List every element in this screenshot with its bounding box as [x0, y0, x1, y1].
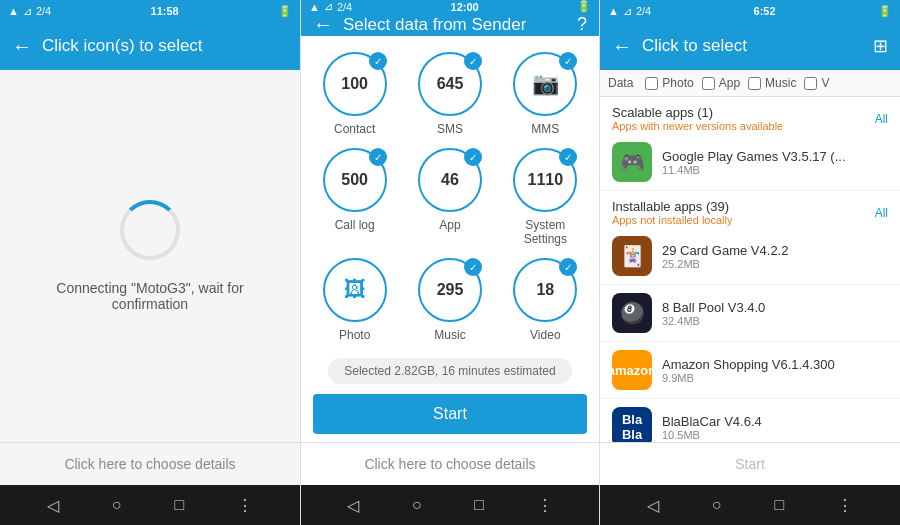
status-right-3: 🔋 — [878, 5, 892, 18]
status-right-1: 🔋 — [278, 5, 292, 18]
mms-circle[interactable]: ✓ 📷 — [513, 52, 577, 116]
data-item-photo[interactable]: 🖼 Photo — [313, 258, 396, 342]
data-item-video[interactable]: ✓ 18 Video — [504, 258, 587, 342]
system-count: 1110 — [528, 171, 564, 189]
status-left-1: ▲ ⊿ 2/4 — [8, 5, 51, 18]
back-button-2[interactable]: ← — [313, 13, 333, 36]
data-item-sms[interactable]: ✓ 645 SMS — [408, 52, 491, 136]
header-2: ← Select data from Sender ? — [301, 13, 599, 36]
tab-app-checkbox[interactable] — [702, 77, 715, 90]
check-icon-mms: ✓ — [559, 52, 577, 70]
nav-back-2[interactable]: ◁ — [335, 492, 371, 519]
wifi-icon-1: ⊿ — [23, 5, 32, 18]
back-button-3[interactable]: ← — [612, 35, 632, 58]
app-item-8ball[interactable]: 🎱 8 Ball Pool V3.4.0 32.4MB — [600, 285, 900, 342]
app-item-29card[interactable]: 🃏 29 Card Game V4.2.2 25.2MB — [600, 228, 900, 285]
loading-spinner — [120, 200, 180, 260]
photo-circle[interactable]: 🖼 — [323, 258, 387, 322]
data-item-mms[interactable]: ✓ 📷 MMS — [504, 52, 587, 136]
header-title-1: Click icon(s) to select — [42, 36, 288, 56]
calllog-circle[interactable]: ✓ 500 — [323, 148, 387, 212]
tab-app[interactable]: App — [702, 76, 740, 90]
8ball-icon: 🎱 — [612, 293, 652, 333]
nav-recent-3[interactable]: □ — [763, 492, 797, 518]
status-left-2: ▲ ⊿ 2/4 — [309, 0, 352, 13]
connecting-text: Connecting "MotoG3", wait for confirmati… — [20, 280, 280, 312]
panel-right: ▲ ⊿ 2/4 6:52 🔋 ← Click to select ⊞ Data … — [600, 0, 900, 525]
sms-circle[interactable]: ✓ 645 — [418, 52, 482, 116]
scalable-section-header: Scalable apps (1) Apps with newer versio… — [600, 97, 900, 134]
status-bar-1: ▲ ⊿ 2/4 11:58 🔋 — [0, 0, 300, 22]
installable-all-button[interactable]: All — [875, 206, 888, 220]
help-icon[interactable]: ? — [577, 14, 587, 35]
scalable-all-button[interactable]: All — [875, 112, 888, 126]
blablacar-info: BlaBlaCar V4.6.4 10.5MB — [662, 414, 888, 441]
network-icon-1: 2/4 — [36, 5, 51, 17]
nav-back-3[interactable]: ◁ — [635, 492, 671, 519]
nav-menu-3[interactable]: ⋮ — [825, 492, 865, 519]
panel-1-footer[interactable]: Click here to choose details — [0, 442, 300, 485]
installable-section-info: Installable apps (39) Apps not installed… — [612, 199, 732, 226]
tab-photo-checkbox[interactable] — [645, 77, 658, 90]
data-grid: ✓ 100 Contact ✓ 645 SMS ✓ 📷 MMS — [313, 52, 587, 342]
nav-recent-1[interactable]: □ — [163, 492, 197, 518]
29card-info: 29 Card Game V4.2.2 25.2MB — [662, 243, 888, 270]
installable-subtitle: Apps not installed locally — [612, 214, 732, 226]
tab-music-checkbox[interactable] — [748, 77, 761, 90]
data-item-calllog[interactable]: ✓ 500 Call log — [313, 148, 396, 246]
header-title-2: Select data from Sender — [343, 15, 567, 35]
music-circle[interactable]: ✓ 295 — [418, 258, 482, 322]
video-label: Video — [530, 328, 560, 342]
tab-v[interactable]: V — [804, 76, 829, 90]
amazon-info: Amazon Shopping V6.1.4.300 9.9MB — [662, 357, 888, 384]
calllog-count: 500 — [341, 171, 368, 189]
choose-details-link-1[interactable]: Click here to choose details — [64, 456, 235, 472]
8ball-info: 8 Ball Pool V3.4.0 32.4MB — [662, 300, 888, 327]
sms-count: 645 — [437, 75, 464, 93]
selected-info: Selected 2.82GB, 16 minutes estimated — [328, 358, 571, 384]
calllog-label: Call log — [335, 218, 375, 232]
app-item-amazon[interactable]: amazon Amazon Shopping V6.1.4.300 9.9MB — [600, 342, 900, 399]
amazon-name: Amazon Shopping V6.1.4.300 — [662, 357, 888, 372]
nav-back-1[interactable]: ◁ — [35, 492, 71, 519]
time-3: 6:52 — [754, 5, 776, 17]
play-games-size: 11.4MB — [662, 164, 888, 176]
scalable-title: Scalable apps (1) — [612, 105, 783, 120]
data-item-system[interactable]: ✓ 1110 System Settings — [504, 148, 587, 246]
panel-2-main: ✓ 100 Contact ✓ 645 SMS ✓ 📷 MMS — [301, 36, 599, 442]
sms-label: SMS — [437, 122, 463, 136]
scalable-section-info: Scalable apps (1) Apps with newer versio… — [612, 105, 783, 132]
nav-home-2[interactable]: ○ — [400, 492, 434, 518]
music-count: 295 — [437, 281, 464, 299]
tab-photo[interactable]: Photo — [645, 76, 693, 90]
data-item-contact[interactable]: ✓ 100 Contact — [313, 52, 396, 136]
tab-v-checkbox[interactable] — [804, 77, 817, 90]
amazon-size: 9.9MB — [662, 372, 888, 384]
nav-home-1[interactable]: ○ — [100, 492, 134, 518]
nav-menu-2[interactable]: ⋮ — [525, 492, 565, 519]
start-button-2[interactable]: Start — [313, 394, 587, 434]
nav-home-3[interactable]: ○ — [700, 492, 734, 518]
nav-menu-1[interactable]: ⋮ — [225, 492, 265, 519]
wifi-icon-3: ⊿ — [623, 5, 632, 18]
choose-details-link-2[interactable]: Click here to choose details — [364, 456, 535, 472]
signal-icon-1: ▲ — [8, 5, 19, 17]
nav-recent-2[interactable]: □ — [462, 492, 496, 518]
app-item-play-games[interactable]: 🎮 Google Play Games V3.5.17 (... 11.4MB — [600, 134, 900, 191]
system-circle[interactable]: ✓ 1110 — [513, 148, 577, 212]
app-label: App — [439, 218, 460, 232]
bottom-nav-1: ◁ ○ □ ⋮ — [0, 485, 300, 525]
play-games-name: Google Play Games V3.5.17 (... — [662, 149, 888, 164]
data-item-app[interactable]: ✓ 46 App — [408, 148, 491, 246]
app-item-blablacar[interactable]: BlaBla BlaBlaCar V4.6.4 10.5MB — [600, 399, 900, 442]
check-icon-calllog: ✓ — [369, 148, 387, 166]
video-circle[interactable]: ✓ 18 — [513, 258, 577, 322]
app-circle[interactable]: ✓ 46 — [418, 148, 482, 212]
contact-label: Contact — [334, 122, 375, 136]
grid-icon[interactable]: ⊞ — [873, 35, 888, 57]
back-button-1[interactable]: ← — [12, 35, 32, 58]
contact-circle[interactable]: ✓ 100 — [323, 52, 387, 116]
tab-music[interactable]: Music — [748, 76, 796, 90]
data-item-music[interactable]: ✓ 295 Music — [408, 258, 491, 342]
panel-2-footer[interactable]: Click here to choose details — [301, 442, 599, 485]
